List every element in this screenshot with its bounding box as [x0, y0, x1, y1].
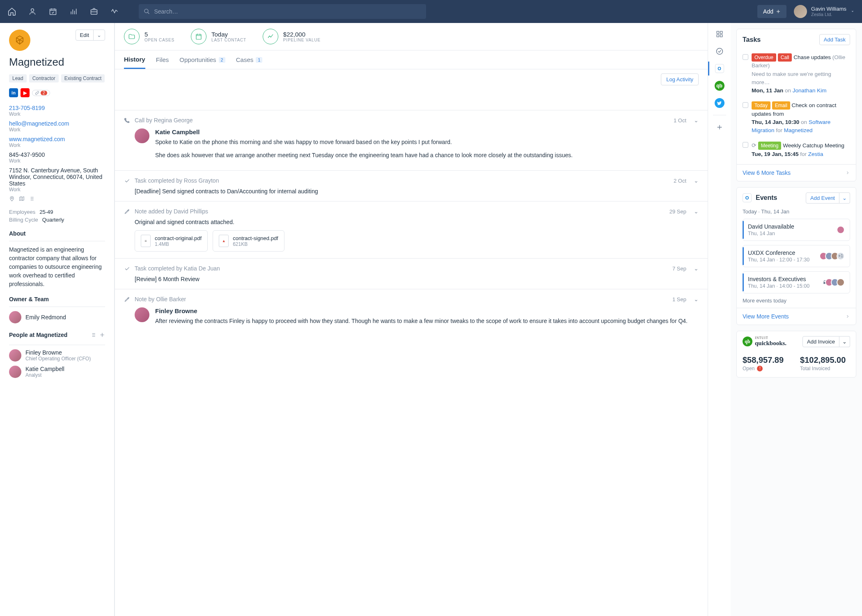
chevron-down-icon[interactable]: ⌄ [93, 30, 105, 40]
outlook-icon[interactable]: O [714, 63, 725, 74]
tabs: History Files Opportunities2 Cases1 [115, 50, 708, 69]
invoice-dropdown[interactable]: ⌄ [839, 336, 850, 347]
chevron-down-icon[interactable]: ⌄ [694, 208, 699, 215]
metric[interactable]: 5OPEN CASES [124, 29, 174, 44]
tag[interactable]: Existing Contract [61, 74, 105, 82]
tab-cases[interactable]: Cases1 [236, 51, 263, 68]
contact-value[interactable]: hello@magnetized.com [9, 120, 105, 127]
tab-files[interactable]: Files [156, 51, 169, 68]
person-row[interactable]: Katie CampbellAnalyst [9, 366, 105, 378]
add-invoice-button[interactable]: Add Invoice [802, 336, 839, 347]
calendar-icon[interactable] [48, 7, 57, 16]
contact-value: 7152 N. Canterbury Avenue, South Windsor… [9, 167, 105, 187]
meta-key: Employees [9, 209, 35, 215]
event-title: UXDX Conference [748, 250, 809, 256]
event-time: Thu, 14 Jan [748, 231, 794, 236]
task-icon [124, 266, 131, 272]
tag[interactable]: Contractor [29, 74, 59, 82]
avatar [135, 128, 149, 143]
list-icon[interactable] [29, 196, 34, 202]
check-circle-icon[interactable] [714, 46, 725, 57]
history-title: Task completed by Ross Grayton [135, 177, 219, 184]
pin-icon[interactable] [9, 196, 15, 202]
search-bar[interactable] [139, 4, 426, 19]
task-item: ⟳ Meeting Weekly Catchup MeetingTue, 19 … [743, 138, 850, 162]
owner-row[interactable]: Emily Redmond [9, 311, 105, 323]
chevron-right-icon [845, 314, 850, 319]
search-input[interactable] [154, 8, 421, 15]
contact-value: 845-437-9500 [9, 151, 105, 158]
task-link[interactable]: Zestia [808, 151, 823, 157]
map-icon[interactable] [19, 196, 25, 202]
topnav-right: Add Gavin Williams Zestia Ltd. [757, 5, 855, 18]
view-more-events[interactable]: View More Events [743, 313, 789, 320]
outlook-icon: O [743, 193, 752, 202]
event-title: David Unavailable [748, 223, 794, 230]
log-activity-button[interactable]: Log Activity [661, 73, 699, 85]
view-more-tasks[interactable]: View 6 More Tasks [743, 169, 791, 176]
home-icon[interactable] [7, 7, 16, 16]
contact-label: Work [9, 127, 105, 133]
person-row[interactable]: Finley BrowneChief Operating Officer (CF… [9, 349, 105, 362]
tag[interactable]: Lead [9, 74, 27, 82]
metric[interactable]: TodayLAST CONTACT [191, 29, 246, 44]
link-badge[interactable]: 2 [32, 90, 50, 96]
avatar [837, 226, 845, 234]
task-checkbox[interactable] [743, 54, 748, 60]
file-icon: ≡ [141, 235, 151, 247]
chevron-down-icon[interactable]: ⌄ [694, 177, 699, 184]
tab-opportunities[interactable]: Opportunities2 [179, 51, 225, 68]
quickbooks-icon[interactable]: qb [714, 80, 725, 91]
history-title: Note added by David Phillips [135, 208, 208, 215]
task-checkbox[interactable] [743, 142, 748, 148]
svg-point-3 [144, 9, 148, 13]
entry-text: Spoke to Katie on the phone this morning… [155, 138, 573, 147]
history-title: Call by Regina George [135, 117, 193, 124]
add-person-icon[interactable] [99, 332, 105, 338]
event-item[interactable]: Investors & ExecutivesThu, 14 Jan · 14:0… [743, 271, 850, 293]
contact-value[interactable]: www.magnetized.com [9, 136, 105, 142]
event-item[interactable]: UXDX ConferenceThu, 14 Jan · 12:00 - 17:… [743, 245, 850, 267]
edit-button[interactable]: Edit ⌄ [76, 30, 105, 41]
file-attachment[interactable]: ▲contract-signed.pdf621KB [213, 230, 284, 252]
event-dropdown[interactable]: ⌄ [839, 192, 850, 204]
briefcase-icon[interactable] [89, 7, 99, 16]
task-pill: Meeting [758, 142, 782, 150]
chevron-down-icon[interactable]: ⌄ [694, 296, 699, 302]
user-menu[interactable]: Gavin Williams Zestia Ltd. [794, 5, 855, 18]
attendee-avatars [828, 278, 845, 286]
add-integration-icon[interactable] [714, 122, 725, 133]
history-item: Task completed by Katia De Juan7 Sep⌄[Re… [115, 258, 708, 289]
task-checkbox[interactable] [743, 102, 748, 108]
contact-value[interactable]: 213-705-8199 [9, 105, 105, 111]
person-icon[interactable] [28, 7, 37, 16]
metric[interactable]: $22,000PIPELINE VALUE [263, 29, 321, 44]
task-link[interactable]: Magnetized [784, 127, 813, 133]
add-task-button[interactable]: Add Task [819, 34, 850, 45]
link-count: 2 [41, 91, 47, 95]
event-item[interactable]: David UnavailableThu, 14 Jan [743, 219, 850, 241]
twitter-icon[interactable] [714, 98, 725, 108]
file-name: contract-signed.pdf [233, 235, 278, 241]
quickbooks-logo: qb INTUIT quickbooks. [743, 337, 786, 347]
chevron-down-icon[interactable]: ⌄ [694, 265, 699, 272]
tab-history[interactable]: History [124, 51, 145, 69]
apps-icon[interactable] [714, 29, 725, 39]
avatar-more: +1 [837, 252, 845, 260]
events-title: Events [756, 194, 777, 202]
file-name: contract-original.pdf [155, 235, 202, 241]
list-view-icon[interactable] [90, 332, 96, 338]
add-button[interactable]: Add [757, 5, 786, 18]
linkedin-icon[interactable]: in [9, 88, 18, 97]
file-attachment[interactable]: ≡contract-original.pdf1.4MB [135, 230, 208, 252]
chevron-right-icon [845, 170, 850, 175]
activity-icon[interactable] [110, 7, 119, 16]
task-when: Thu, 14 Jan, 10:30 [752, 119, 799, 125]
reports-icon[interactable] [69, 7, 78, 16]
add-event-button[interactable]: Add Event [806, 192, 839, 204]
youtube-icon[interactable]: ▶ [21, 88, 30, 97]
note-icon [124, 296, 131, 302]
chevron-down-icon[interactable]: ⌄ [694, 117, 699, 124]
task-link[interactable]: Jonathan Kim [793, 87, 827, 94]
task-text: Chase updates [793, 54, 831, 60]
